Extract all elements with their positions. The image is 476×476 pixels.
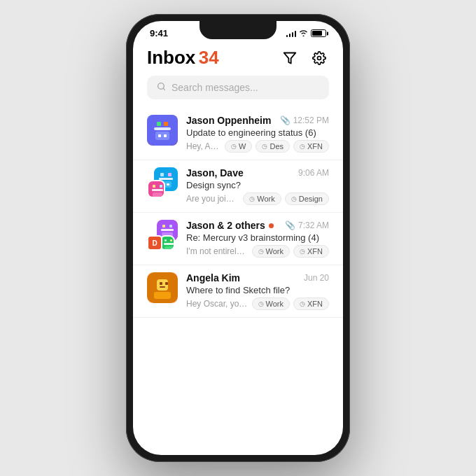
message-preview: Hey Oscar, you... bbox=[186, 299, 248, 309]
header-actions bbox=[280, 48, 329, 68]
svg-rect-29 bbox=[164, 239, 167, 241]
message-sender: Jason & 2 others bbox=[186, 220, 265, 231]
app-header: Inbox 34 bbox=[133, 41, 343, 76]
filter-button[interactable] bbox=[280, 48, 300, 68]
battery-icon bbox=[311, 29, 326, 37]
svg-rect-31 bbox=[164, 243, 174, 245]
search-placeholder: Search messages... bbox=[172, 82, 258, 93]
message-list: Jason Oppenheim 📎 12:52 PM Update to eng… bbox=[133, 108, 343, 318]
message-tags: ◷Work ◷XFN bbox=[252, 245, 329, 258]
message-subject: Where to find Sketch file? bbox=[186, 285, 329, 295]
attachment-icon: 📎 bbox=[280, 115, 290, 125]
attachment-icon: 📎 bbox=[285, 220, 295, 230]
inbox-title-group: Inbox 34 bbox=[147, 47, 219, 69]
phone-screen: 9:41 bbox=[133, 21, 343, 455]
message-sender: Angela Kim bbox=[186, 272, 240, 284]
message-preview: I'm not entirely sure I... bbox=[186, 246, 248, 256]
status-icons bbox=[286, 29, 327, 38]
inbox-count: 34 bbox=[199, 47, 219, 68]
message-item[interactable]: D Jason & 2 others 📎 7:32 AM Re: Mercury bbox=[133, 213, 343, 265]
avatar-group bbox=[147, 167, 178, 198]
svg-rect-25 bbox=[169, 225, 172, 227]
message-item[interactable]: Jason, Dave 9:06 AM Design sync? Are you… bbox=[133, 160, 343, 213]
svg-line-3 bbox=[163, 88, 164, 90]
avatar bbox=[147, 115, 178, 146]
tag-xfn: ◷XFN bbox=[293, 245, 329, 258]
tag-bookmark-icon: ◷ bbox=[262, 143, 267, 150]
tag-xfn: ◷XFN bbox=[293, 298, 329, 310]
message-item[interactable]: Jason Oppenheim 📎 12:52 PM Update to eng… bbox=[133, 108, 343, 160]
svg-rect-20 bbox=[160, 185, 162, 188]
notch bbox=[200, 21, 276, 39]
signal-icon bbox=[286, 30, 297, 37]
message-sender: Jason, Dave bbox=[186, 167, 244, 178]
svg-rect-8 bbox=[155, 132, 169, 140]
tag-bookmark-icon: ◷ bbox=[258, 248, 264, 255]
tag-bookmark-icon: ◷ bbox=[291, 195, 297, 202]
tag-bookmark-icon: ◷ bbox=[300, 300, 305, 307]
message-tags: ◷Work ◷Design bbox=[243, 192, 329, 205]
avatar bbox=[147, 272, 178, 303]
avatar-sub bbox=[147, 180, 165, 198]
svg-point-1 bbox=[318, 56, 321, 59]
svg-rect-38 bbox=[154, 292, 171, 299]
sender-group: Jason & 2 others bbox=[186, 220, 274, 231]
message-time: Jun 20 bbox=[304, 273, 329, 283]
message-time: 7:32 AM bbox=[298, 220, 329, 230]
unread-indicator bbox=[269, 223, 274, 228]
status-time: 9:41 bbox=[150, 28, 168, 38]
tag-work: ◷Work bbox=[243, 192, 281, 205]
tag-bookmark-icon: ◷ bbox=[258, 300, 264, 307]
message-content: Angela Kim Jun 20 Where to find Sketch f… bbox=[186, 272, 329, 310]
svg-rect-5 bbox=[157, 122, 161, 126]
svg-rect-12 bbox=[160, 173, 164, 176]
tag-design: ◷Design bbox=[285, 192, 329, 205]
message-preview: Hey, After touching... bbox=[186, 141, 220, 151]
tag-w: ◷W bbox=[225, 140, 252, 153]
svg-rect-13 bbox=[168, 173, 172, 176]
svg-rect-9 bbox=[158, 134, 161, 137]
message-preview: Are you joining us? bbox=[186, 194, 239, 204]
svg-rect-35 bbox=[160, 282, 162, 285]
message-subject: Re: Mercury v3 brainstorming (4) bbox=[186, 232, 329, 243]
svg-rect-30 bbox=[170, 239, 172, 241]
settings-button[interactable] bbox=[309, 48, 329, 68]
message-content: Jason Oppenheim 📎 12:52 PM Update to eng… bbox=[186, 115, 329, 153]
svg-rect-6 bbox=[164, 122, 168, 126]
avatar-group: D bbox=[147, 220, 178, 251]
svg-marker-0 bbox=[284, 52, 296, 63]
svg-rect-22 bbox=[153, 192, 162, 197]
tag-work: ◷Work bbox=[252, 245, 290, 258]
message-time: 12:52 PM bbox=[293, 115, 329, 125]
svg-rect-7 bbox=[154, 127, 171, 130]
phone-frame: 9:41 bbox=[126, 14, 350, 462]
message-content: Jason & 2 others 📎 7:32 AM Re: Mercury v… bbox=[186, 220, 329, 258]
message-tags: ◷Work ◷XFN bbox=[252, 298, 329, 310]
message-sender: Jason Oppenheim bbox=[186, 115, 271, 126]
message-subject: Update to engineering status (6) bbox=[186, 127, 329, 138]
svg-rect-24 bbox=[162, 225, 165, 227]
message-item[interactable]: Angela Kim Jun 20 Where to find Sketch f… bbox=[133, 265, 343, 318]
message-time: 9:06 AM bbox=[298, 168, 329, 178]
inbox-label: Inbox bbox=[147, 47, 195, 68]
message-content: Jason, Dave 9:06 AM Design sync? Are you… bbox=[186, 167, 329, 205]
svg-rect-17 bbox=[167, 183, 169, 186]
svg-rect-32 bbox=[164, 246, 173, 251]
svg-rect-21 bbox=[152, 189, 163, 191]
search-icon bbox=[157, 82, 166, 93]
message-tags: ◷W ◷Des ◷XFN bbox=[225, 140, 329, 153]
tag-bookmark-icon: ◷ bbox=[249, 195, 255, 202]
svg-rect-36 bbox=[165, 282, 168, 285]
svg-rect-10 bbox=[164, 134, 167, 137]
avatar-label: D bbox=[147, 235, 162, 251]
wifi-icon bbox=[299, 29, 308, 38]
tag-bookmark-icon: ◷ bbox=[231, 143, 237, 150]
svg-rect-26 bbox=[161, 229, 174, 231]
tag-bookmark-icon: ◷ bbox=[300, 143, 305, 150]
tag-xfn: ◷XFN bbox=[293, 140, 329, 153]
tag-bookmark-icon: ◷ bbox=[300, 248, 305, 255]
tag-des: ◷Des bbox=[255, 140, 290, 153]
tag-work: ◷Work bbox=[252, 298, 290, 310]
svg-rect-37 bbox=[160, 286, 165, 288]
search-bar[interactable]: Search messages... bbox=[147, 76, 329, 99]
